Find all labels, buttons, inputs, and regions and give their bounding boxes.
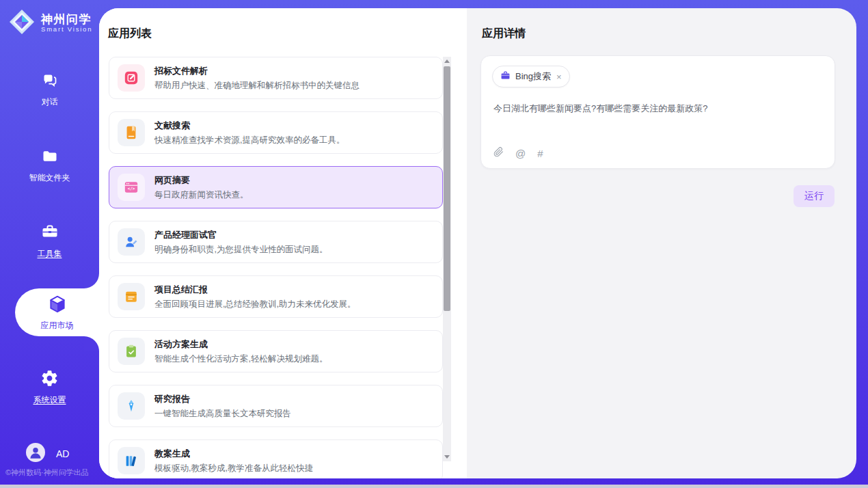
chat-icon [41,72,59,92]
research-icon [118,392,145,420]
app-card-description: 模板驱动,教案秒成,教学准备从此轻松快捷 [154,463,313,474]
avatar [26,443,45,465]
sidebar-item-app-market[interactable]: 应用市场 [15,288,99,336]
brand-subtitle: Smart Vision [41,26,92,33]
sidebar-item-label: 对话 [42,96,58,108]
sidebar-item-chat[interactable]: 对话 [0,72,99,108]
app-card-title: 产品经理面试官 [154,229,327,241]
app-card-title: 活动方案生成 [154,338,327,351]
app-card-title: 研究报告 [154,393,291,405]
app-card-webpage-summary[interactable]: </> 网页摘要 每日政府新闻资讯快查。 [109,166,443,208]
lesson-icon [118,447,145,474]
user-account[interactable]: AD [26,443,69,465]
cube-icon [47,294,68,316]
mention-icon[interactable]: @ [515,148,526,159]
app-card-title: 网页摘要 [154,174,249,187]
gear-icon [40,369,59,390]
bid-doc-icon [118,64,145,92]
prompt-textarea[interactable]: 今日湖北有哪些新闻要点?有哪些需要关注的最新政策? [493,102,822,116]
sidebar-item-settings[interactable]: 系统设置 [0,369,99,406]
sidebar-item-label: 智能文件夹 [29,172,70,184]
brand-title: 神州问学 [41,13,92,27]
copyright-footer: ©神州数码·神州问学出品 [5,467,89,478]
literature-icon [118,119,145,146]
app-card-title: 项目总结汇报 [154,284,355,296]
scrollbar[interactable] [443,57,451,461]
app-detail-pane: 应用详情 Bing搜索 × 今日湖北有哪些新闻要点?有哪些需要关注的最新政策? [467,8,856,478]
interviewer-icon [118,228,145,256]
app-card-title: 招标文件解析 [154,65,360,77]
tab-curve-bottom [84,336,99,351]
sidebar-item-label: 系统设置 [33,394,66,406]
run-button[interactable]: 运行 [794,185,835,207]
app-detail-title: 应用详情 [482,27,526,41]
app-card-research-report[interactable]: 研究报告 一键智能生成高质量长文本研究报告 [109,385,443,427]
sidebar-item-label: 应用市场 [41,320,74,331]
sidebar-item-label: 工具集 [38,248,62,260]
tool-tag-bing-search: Bing搜索 × [492,66,570,87]
app-card-literature-search[interactable]: 文献搜索 快速精准查找学术资源,提高研究效率的必备工具。 [109,111,443,154]
app-card-description: 快速精准查找学术资源,提高研究效率的必备工具。 [154,135,344,146]
diamond-logo-icon [8,8,36,38]
app-card-activity-plan[interactable]: 活动方案生成 智能生成个性化活动方案,轻松解决规划难题。 [109,330,443,372]
scrollbar-thumb[interactable] [444,66,450,311]
scroll-down-arrow-icon[interactable] [443,452,451,461]
sidebar: 神州问学 Smart Vision 对话 智能文件夹 工具集 系统设置 应用市场… [0,0,99,488]
folder-icon [41,148,59,167]
hash-icon[interactable]: # [537,148,543,159]
app-card-bid-doc-parse[interactable]: 招标文件解析 帮助用户快速、准确地理解和解析招标书中的关键信息 [109,57,443,99]
app-list-title: 应用列表 [108,27,152,41]
app-card-description: 一键智能生成高质量长文本研究报告 [154,408,291,420]
app-card-description: 智能生成个性化活动方案,轻松解决规划难题。 [154,353,327,365]
tab-curve-top [84,273,99,288]
app-card-pm-interviewer[interactable]: 产品经理面试官 明确身份和职责,为您提供专业性的面试问题。 [109,221,443,263]
sidebar-item-smart-folders[interactable]: 智能文件夹 [0,148,99,184]
app-card-title: 教案生成 [154,448,313,460]
app-card-lesson-plan[interactable]: 教案生成 模板驱动,教案秒成,教学准备从此轻松快捷 [109,439,443,478]
project-icon [118,283,145,310]
paperclip-icon[interactable] [493,147,504,160]
app-card-project-summary[interactable]: 项目总结汇报 全面回顾项目进展,总结经验教训,助力未来优化发展。 [109,275,443,318]
app-card-title: 文献搜索 [154,120,344,132]
toolbox-icon [40,222,59,243]
prompt-composer: Bing搜索 × 今日湖北有哪些新闻要点?有哪些需要关注的最新政策? @ # [480,55,835,169]
close-icon[interactable]: × [556,72,562,81]
content-panel: 应用列表 招标文件解析 帮助用户快速、准确地理解和解析招标书中的关键信息 文献搜… [99,8,856,478]
tool-tag-label: Bing搜索 [515,70,551,83]
briefcase-icon [500,70,511,83]
webpage-icon: </> [118,174,145,201]
app-card-description: 每日政府新闻资讯快查。 [154,189,249,201]
brand-logo: 神州问学 Smart Vision [8,8,92,38]
app-card-description: 明确身份和职责,为您提供专业性的面试问题。 [154,244,327,256]
bottom-strip [0,485,868,488]
scroll-up-arrow-icon[interactable] [443,57,451,66]
activity-icon [118,338,145,365]
composer-toolbar: @ # [493,147,543,160]
sidebar-item-toolset[interactable]: 工具集 [0,222,99,260]
app-card-description: 帮助用户快速、准确地理解和解析招标书中的关键信息 [154,80,360,92]
svg-text:</>: </> [128,186,135,191]
user-initials: AD [56,448,69,459]
app-list-pane: 应用列表 招标文件解析 帮助用户快速、准确地理解和解析招标书中的关键信息 文献搜… [99,8,467,478]
app-card-description: 全面回顾项目进展,总结经验教训,助力未来优化发展。 [154,299,355,310]
